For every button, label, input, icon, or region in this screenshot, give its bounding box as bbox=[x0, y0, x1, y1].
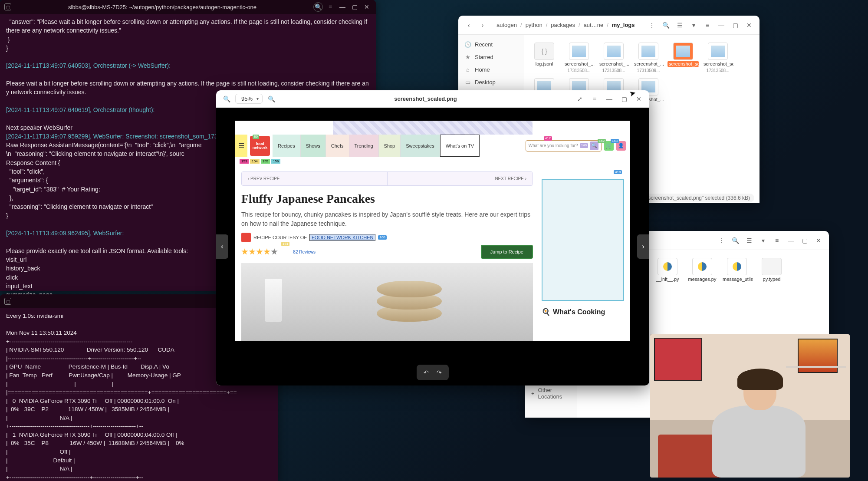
screenshot-content: 80 81 ☰ foodnetwork Recipes Shows Chefs … bbox=[235, 121, 630, 341]
breadcrumb[interactable]: autogen/ python/ packages/ aut…ne/ my_lo… bbox=[490, 20, 644, 30]
more-icon[interactable]: ⋮ bbox=[715, 234, 727, 247]
python-icon bbox=[692, 258, 712, 275]
maximize-icon[interactable]: ▢ bbox=[799, 234, 811, 247]
sidebar-other-locations[interactable]: +Other Locations bbox=[525, 384, 577, 403]
star-icon bbox=[271, 248, 278, 255]
courtesy-link: FOOD NETWORK KITCHEN bbox=[309, 234, 375, 241]
file-item-selected[interactable]: screenshot_scaled.png bbox=[667, 41, 700, 75]
hamburger-icon[interactable]: ≡ bbox=[771, 234, 783, 247]
cooking-icon: 🍳 bbox=[542, 308, 550, 316]
search-icon: 🔍 bbox=[590, 142, 598, 150]
minimize-icon[interactable]: — bbox=[715, 19, 727, 31]
site-nav: 80 81 ☰ foodnetwork Recipes Shows Chefs … bbox=[235, 135, 630, 157]
minimize-icon[interactable]: — bbox=[338, 2, 347, 12]
viewer-toolbar: 🔍 95%▾ 🔍 screenshot_scaled.png ⤢ ≡ — ▢ ✕ bbox=[216, 90, 649, 108]
jump-to-recipe-button: Jump to Recipe bbox=[481, 245, 533, 259]
chevron-down-icon[interactable]: ▾ bbox=[687, 19, 700, 31]
next-image-icon[interactable]: › bbox=[637, 234, 649, 259]
image-icon bbox=[638, 43, 658, 60]
som-tag: 155 bbox=[261, 159, 270, 164]
more-icon[interactable]: ⋮ bbox=[646, 19, 658, 31]
sidebar-starred[interactable]: ★Starred bbox=[458, 51, 523, 63]
hamburger-icon[interactable]: ≡ bbox=[589, 93, 601, 105]
nav-chefs: Chefs bbox=[326, 135, 349, 157]
som-tag: 153 bbox=[240, 159, 249, 164]
prev-recipe: ‹ PREV RECIPE bbox=[242, 172, 387, 185]
close-icon[interactable]: ✕ bbox=[743, 19, 755, 31]
nav-forward-icon[interactable]: › bbox=[477, 19, 489, 31]
foodnetwork-mini-logo bbox=[241, 233, 251, 242]
terminal-icon: ▢ bbox=[4, 298, 11, 305]
python-icon bbox=[727, 258, 747, 275]
python-icon bbox=[658, 258, 677, 275]
file-item[interactable]: screenshot_...17313508... bbox=[597, 41, 630, 75]
file-py[interactable]: messages.py bbox=[686, 256, 719, 284]
file-py[interactable]: __init__.py bbox=[651, 256, 684, 284]
image-icon bbox=[708, 43, 728, 60]
rotate-left-icon[interactable]: ↶ bbox=[421, 367, 431, 378]
recipe-subtitle: This recipe for bouncy, chunky pancakes … bbox=[241, 210, 533, 228]
file-item[interactable]: screenshot_...17313508... bbox=[562, 41, 595, 75]
maximize-icon[interactable]: ▢ bbox=[350, 2, 359, 12]
hamburger-icon[interactable]: ≡ bbox=[326, 2, 335, 12]
close-icon[interactable]: ✕ bbox=[362, 2, 372, 12]
viewer-canvas: ‹ › ↶ ↷ 80 81 ☰ foodnetwork Recipes Show… bbox=[216, 108, 649, 385]
terminal-title: slbbs@slbbs-MS-7D25: ~/autogen/python/pa… bbox=[14, 4, 311, 10]
som-tag: 140 bbox=[580, 143, 588, 148]
files-titlebar: ‹ › autogen/ python/ packages/ aut…ne/ m… bbox=[458, 16, 760, 35]
nav-back-icon[interactable]: ‹ bbox=[463, 19, 475, 31]
prev-image-icon[interactable]: ‹ bbox=[216, 234, 228, 259]
nav-whats-on-tv: What's on TV bbox=[440, 135, 480, 157]
maximize-icon[interactable]: ▢ bbox=[618, 93, 630, 105]
rating-row: 161 82 Reviews Jump to Recipe bbox=[241, 245, 533, 259]
maximize-icon[interactable]: ▢ bbox=[729, 19, 741, 31]
file-item[interactable]: screenshot_som_...17313508... bbox=[701, 41, 734, 75]
fullscreen-icon[interactable]: ⤢ bbox=[574, 93, 586, 105]
close-icon[interactable]: ✕ bbox=[812, 234, 825, 247]
image-icon bbox=[673, 43, 693, 60]
review-count: 82 Reviews bbox=[293, 250, 316, 254]
search-input: What are you looking for? 140 🔍 bbox=[526, 140, 602, 152]
som-tag: 80 bbox=[253, 135, 259, 139]
image-icon bbox=[569, 43, 589, 60]
sidebar-desktop[interactable]: ▭Desktop bbox=[458, 76, 523, 89]
sidebar-ad bbox=[542, 179, 624, 301]
file-item[interactable]: log.jsonl bbox=[528, 41, 561, 75]
sidebar-home[interactable]: ⌂Home bbox=[458, 63, 523, 76]
prev-next-nav: 157 158 ‹ PREV RECIPE NEXT RECIPE › bbox=[241, 171, 533, 186]
viewer-title: screenshot_scaled.png bbox=[280, 96, 571, 102]
star-icon bbox=[256, 248, 263, 255]
nav-shop: Shop bbox=[379, 135, 401, 157]
image-viewer[interactable]: 🔍 95%▾ 🔍 screenshot_scaled.png ⤢ ≡ — ▢ ✕… bbox=[216, 90, 649, 385]
file-py[interactable]: message_utils.py bbox=[720, 256, 753, 284]
star-icon bbox=[249, 248, 256, 255]
view-list-icon[interactable]: ☰ bbox=[743, 234, 755, 247]
file-item[interactable]: screenshot_...17313509... bbox=[632, 41, 665, 75]
som-tag: 154 bbox=[250, 159, 259, 164]
minimize-icon[interactable]: — bbox=[785, 234, 797, 247]
view-list-icon[interactable]: ☰ bbox=[674, 19, 686, 31]
hamburger-icon[interactable]: ≡ bbox=[701, 19, 713, 31]
chevron-down-icon[interactable]: ▾ bbox=[757, 234, 769, 247]
search-icon[interactable]: 🔍 bbox=[729, 234, 741, 247]
search-icon[interactable]: 🔍 bbox=[660, 19, 672, 31]
zoom-in-icon[interactable]: 🔍 bbox=[265, 93, 277, 105]
whats-cooking-header: 🍳 What's Cooking bbox=[542, 308, 624, 316]
som-tag: 417 bbox=[544, 136, 552, 141]
zoom-control[interactable]: 95%▾ bbox=[235, 94, 263, 104]
zoom-out-icon[interactable]: 🔍 bbox=[220, 93, 233, 105]
file-txt[interactable]: py.typed bbox=[755, 256, 788, 284]
star-icon bbox=[241, 248, 248, 255]
recipe-hero-image bbox=[241, 263, 533, 341]
search-icon[interactable]: 🔍 bbox=[313, 2, 323, 12]
som-tag: 161 bbox=[281, 242, 289, 246]
terminal-icon: ▢ bbox=[4, 3, 11, 10]
star-icon bbox=[263, 248, 270, 255]
recipe-courtesy: RECIPE COURTESY OF FOOD NETWORK KITCHEN … bbox=[241, 233, 533, 242]
json-icon bbox=[534, 43, 554, 60]
hamburger-icon: ☰ bbox=[235, 135, 247, 157]
rotate-right-icon[interactable]: ↷ bbox=[434, 367, 444, 378]
webcam-overlay bbox=[650, 334, 850, 478]
minimize-icon[interactable]: — bbox=[603, 93, 615, 105]
sidebar-recent[interactable]: 🕓Recent bbox=[458, 38, 523, 51]
